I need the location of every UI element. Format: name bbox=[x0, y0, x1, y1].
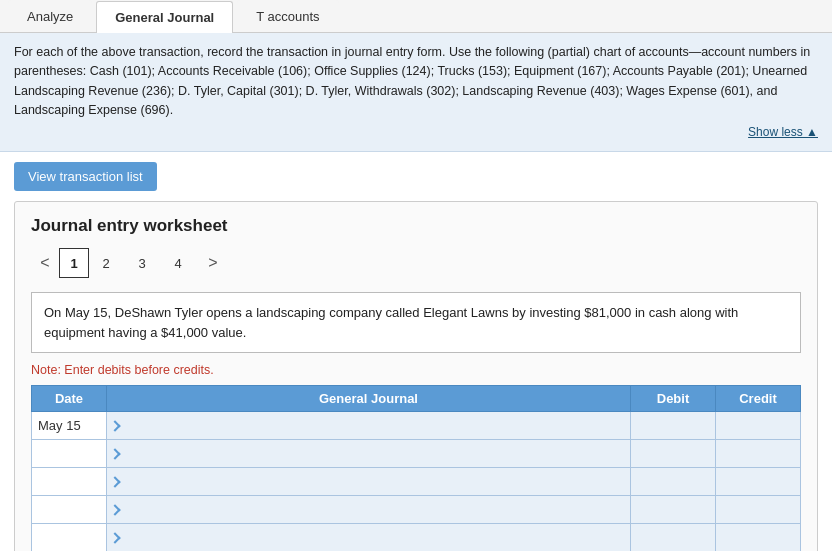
credit-cell-2[interactable] bbox=[716, 440, 801, 468]
tab-general-journal[interactable]: General Journal bbox=[96, 1, 233, 33]
col-header-date: Date bbox=[32, 386, 107, 412]
gj-cell-4[interactable] bbox=[107, 496, 631, 524]
table-row bbox=[32, 440, 801, 468]
date-cell-3 bbox=[32, 468, 107, 496]
debit-cell-2[interactable] bbox=[631, 440, 716, 468]
worksheet-title: Journal entry worksheet bbox=[31, 216, 801, 236]
show-less-button[interactable]: Show less ▲ bbox=[14, 121, 818, 146]
table-row bbox=[32, 524, 801, 551]
tab-analyze[interactable]: Analyze bbox=[8, 0, 92, 32]
tab-t-accounts[interactable]: T accounts bbox=[237, 0, 338, 32]
credit-cell-4[interactable] bbox=[716, 496, 801, 524]
page-btn-4[interactable]: 4 bbox=[163, 248, 193, 278]
debit-cell-4[interactable] bbox=[631, 496, 716, 524]
credit-cell-3[interactable] bbox=[716, 468, 801, 496]
debit-cell-3[interactable] bbox=[631, 468, 716, 496]
debit-cell-5[interactable] bbox=[631, 524, 716, 551]
date-cell-4 bbox=[32, 496, 107, 524]
info-box: For each of the above transaction, recor… bbox=[0, 33, 832, 152]
note-text: Note: Enter debits before credits. bbox=[31, 363, 801, 377]
debit-cell-1[interactable] bbox=[631, 412, 716, 440]
gj-cell-1[interactable] bbox=[107, 412, 631, 440]
worksheet-container: Journal entry worksheet < 1 2 3 4 > On M… bbox=[14, 201, 818, 551]
credit-cell-1[interactable] bbox=[716, 412, 801, 440]
table-row bbox=[32, 496, 801, 524]
date-cell-2 bbox=[32, 440, 107, 468]
tab-bar: Analyze General Journal T accounts bbox=[0, 0, 832, 33]
date-cell-1: May 15 bbox=[32, 412, 107, 440]
transaction-description: On May 15, DeShawn Tyler opens a landsca… bbox=[31, 292, 801, 353]
table-row: May 15 bbox=[32, 412, 801, 440]
view-transaction-button[interactable]: View transaction list bbox=[14, 162, 157, 191]
gj-cell-3[interactable] bbox=[107, 468, 631, 496]
col-header-credit: Credit bbox=[716, 386, 801, 412]
journal-table: Date General Journal Debit Credit May 15 bbox=[31, 385, 801, 551]
gj-cell-2[interactable] bbox=[107, 440, 631, 468]
pagination: < 1 2 3 4 > bbox=[31, 248, 801, 278]
page-btn-1[interactable]: 1 bbox=[59, 248, 89, 278]
info-text: For each of the above transaction, recor… bbox=[14, 43, 818, 121]
page-next-arrow[interactable]: > bbox=[199, 249, 227, 277]
page-prev-arrow[interactable]: < bbox=[31, 249, 59, 277]
table-row bbox=[32, 468, 801, 496]
page-btn-3[interactable]: 3 bbox=[127, 248, 157, 278]
col-header-general-journal: General Journal bbox=[107, 386, 631, 412]
date-cell-5 bbox=[32, 524, 107, 551]
gj-cell-5[interactable] bbox=[107, 524, 631, 551]
col-header-debit: Debit bbox=[631, 386, 716, 412]
credit-cell-5[interactable] bbox=[716, 524, 801, 551]
page-btn-2[interactable]: 2 bbox=[91, 248, 121, 278]
